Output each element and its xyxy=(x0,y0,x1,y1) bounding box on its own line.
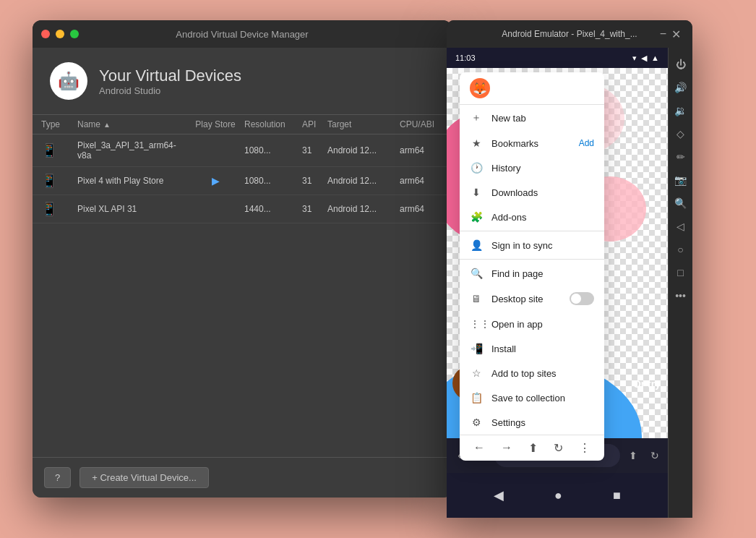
menu-item-history[interactable]: 🕐 History xyxy=(460,155,604,180)
avd-title: Android Virtual Device Manager xyxy=(176,29,308,40)
col-target-header: Target xyxy=(327,119,400,129)
back-toolbar-button[interactable]: ◁ xyxy=(670,215,692,237)
minimize-button[interactable] xyxy=(56,30,64,38)
desktop-row: Desktop site xyxy=(491,292,594,305)
wifi-icon: ◀ xyxy=(641,54,647,63)
desktop-toggle[interactable] xyxy=(570,292,594,305)
bookmarks-row: Bookmarks Add xyxy=(491,138,594,149)
menu-more-icon[interactable]: ⋮ xyxy=(579,441,590,455)
plus-icon: ＋ xyxy=(470,111,483,124)
emulator-title: Android Emulator - Pixel_4_with_... xyxy=(502,29,637,39)
playstore-cell: ▶ xyxy=(186,175,244,187)
settings-icon: ⚙ xyxy=(470,417,483,428)
back-nav-button[interactable]: ◀ xyxy=(494,487,504,503)
recents-nav-button[interactable]: ■ xyxy=(613,488,621,503)
menu-back-icon[interactable]: ← xyxy=(473,441,485,455)
home-toolbar-button[interactable]: ○ xyxy=(670,239,692,260)
phone-bottom-nav: ◀ ● ■ xyxy=(447,473,668,518)
home-nav-button[interactable]: ● xyxy=(554,488,562,503)
menu-label-addons: Add-ons xyxy=(491,212,526,223)
reload-button[interactable]: ↻ xyxy=(646,450,663,461)
signin-icon: 👤 xyxy=(470,239,483,251)
screenshot-button[interactable]: ✏ xyxy=(670,146,692,168)
menu-share-icon[interactable]: ⬆ xyxy=(528,441,538,455)
menu-label-bookmarks: Bookmarks xyxy=(491,138,538,149)
avd-table-header: Type Name ▲ Play Store Resolution API Ta… xyxy=(33,114,452,134)
menu-item-topsites[interactable]: ☆ Add to top sites xyxy=(460,361,604,385)
install-icon: 📲 xyxy=(470,343,483,354)
menu-item-find[interactable]: 🔍 Find in page xyxy=(460,261,604,286)
menu-label-new-tab: New tab xyxy=(491,113,526,124)
menu-reload-icon[interactable]: ↻ xyxy=(554,441,563,455)
col-type-header: Type xyxy=(41,119,77,129)
app-icon: 🦊 xyxy=(470,78,490,98)
minimize-icon[interactable]: − xyxy=(660,27,666,40)
signal-icon: ▾ xyxy=(632,54,637,63)
menu-item-downloads[interactable]: ⬇ Downloads xyxy=(460,180,604,205)
menu-separator xyxy=(460,231,604,231)
cpu-cell: arm64 xyxy=(400,204,443,214)
menu-item-openapp[interactable]: ⋮⋮ Open in app xyxy=(460,312,604,336)
menu-label-settings: Settings xyxy=(491,417,525,428)
avd-header-subtitle: Android Studio xyxy=(99,85,241,96)
status-bar: 11:03 ▾ ◀ ▲ xyxy=(447,48,668,68)
emulator-toolbar: ⏻ 🔊 🔉 ◇ ✏ 📷 🔍 ◁ ○ □ ••• xyxy=(668,48,692,518)
create-device-button[interactable]: + Create Virtual Device... xyxy=(80,467,209,488)
avd-header-text: Your Virtual Devices Android Studio xyxy=(99,67,241,96)
avd-footer: ? + Create Virtual Device... xyxy=(33,457,452,498)
phone-icon: 📱 xyxy=(41,143,57,158)
avd-titlebar: Android Virtual Device Manager xyxy=(33,20,452,48)
volume-up-button[interactable]: 🔊 xyxy=(670,77,692,98)
square-toolbar-button[interactable]: □ xyxy=(670,262,692,283)
resolution-cell: 1080... xyxy=(244,176,302,186)
target-cell: Android 12... xyxy=(327,204,400,214)
menu-forward-icon[interactable]: → xyxy=(501,441,512,455)
bookmark-add-label[interactable]: Add xyxy=(579,138,594,148)
context-menu: 🦊 ＋ New tab ★ Bookmarks Add 🕐 History ⬇ … xyxy=(460,72,604,461)
menu-item-install[interactable]: 📲 Install xyxy=(460,336,604,361)
menu-item-desktop[interactable]: 🖥 Desktop site xyxy=(460,286,604,312)
menu-label-collection: Save to collection xyxy=(491,393,565,404)
rotate-button[interactable]: ◇ xyxy=(670,123,692,145)
table-row[interactable]: 📱 Pixel 4 with Play Store ▶ 1080... 31 A… xyxy=(33,167,452,195)
target-cell: Android 12... xyxy=(327,145,400,155)
battery-icon: ▲ xyxy=(651,54,659,62)
resolution-cell: 1080... xyxy=(244,145,302,155)
table-row[interactable]: 📱 Pixel XL API 31 1440... 31 Android 12.… xyxy=(33,195,452,223)
menu-item-bookmarks[interactable]: ★ Bookmarks Add xyxy=(460,131,604,155)
collection-icon: 📋 xyxy=(470,392,483,404)
device-type-cell: 📱 xyxy=(41,201,77,217)
menu-item-new-tab[interactable]: ＋ New tab xyxy=(460,105,604,131)
menu-item-collection[interactable]: 📋 Save to collection xyxy=(460,385,604,410)
menu-item-settings[interactable]: ⚙ Settings xyxy=(460,410,604,435)
col-name-header: Name ▲ xyxy=(77,119,186,129)
menu-profile-row: 🦊 xyxy=(460,72,604,105)
or-try-label: Or try xyxy=(633,378,661,390)
traffic-lights xyxy=(41,30,79,38)
zoom-button[interactable]: 🔍 xyxy=(670,192,692,214)
menu-item-addons[interactable]: 🧩 Add-ons xyxy=(460,205,604,229)
camera-button[interactable]: 📷 xyxy=(670,169,692,191)
menu-item-signin[interactable]: 👤 Sign in to sync xyxy=(460,233,604,257)
phone-icon: 📱 xyxy=(41,174,57,188)
menu-label-topsites: Add to top sites xyxy=(491,368,557,379)
col-api-header: API xyxy=(302,119,327,129)
maximize-button[interactable] xyxy=(70,30,79,38)
avd-window: Android Virtual Device Manager 🤖 Your Vi… xyxy=(33,20,452,498)
close-button[interactable] xyxy=(41,30,50,38)
history-icon: 🕐 xyxy=(470,162,483,174)
menu-label-install: Install xyxy=(491,343,516,354)
help-button[interactable]: ? xyxy=(44,467,71,488)
bookmark-icon: ★ xyxy=(470,137,483,149)
desktop-icon: 🖥 xyxy=(470,293,483,304)
close-icon[interactable]: ✕ xyxy=(671,27,681,41)
cpu-cell: arm64 xyxy=(400,176,443,186)
status-time: 11:03 xyxy=(455,54,476,62)
phone-icon: 📱 xyxy=(41,202,57,216)
more-button[interactable]: ••• xyxy=(670,285,692,307)
table-row[interactable]: 📱 Pixel_3a_API_31_arm64-v8a 1080... 31 A… xyxy=(33,134,452,167)
menu-label-openapp: Open in app xyxy=(491,319,543,330)
power-button[interactable]: ⏻ xyxy=(670,54,692,75)
share-button[interactable]: ⬆ xyxy=(624,450,642,461)
volume-down-button[interactable]: 🔉 xyxy=(670,100,692,121)
